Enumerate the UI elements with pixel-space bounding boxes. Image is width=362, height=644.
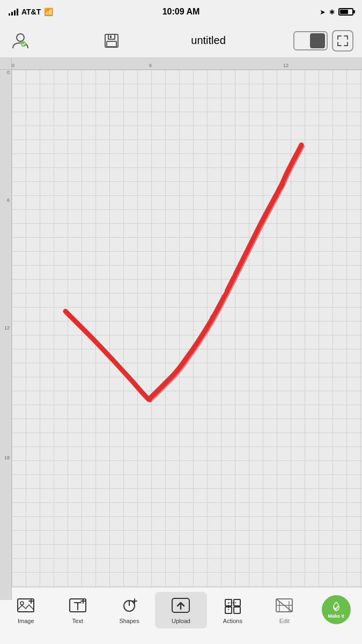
signal-bar-3 <box>14 10 16 16</box>
ruler-mark-0: 0 <box>12 63 14 68</box>
actions-icon <box>223 596 242 616</box>
design-grid[interactable] <box>12 70 362 600</box>
svg-point-0 <box>17 34 24 41</box>
make-it-button[interactable]: Make It <box>322 595 351 624</box>
toolbar-item-actions[interactable]: Actions <box>207 592 258 628</box>
ruler-left: 0 6 12 18 <box>0 58 12 600</box>
bluetooth-icon: ∗ <box>329 8 335 16</box>
toolbar-item-text[interactable]: Text <box>51 592 103 628</box>
upload-icon <box>171 596 190 616</box>
ruler-mark-12: 12 <box>283 63 289 68</box>
expand-icon <box>337 35 349 47</box>
bottom-toolbar: Image Text Shapes <box>0 587 362 644</box>
ruler-corner <box>0 58 12 70</box>
canvas-area[interactable]: 0 6 12 0 6 12 18 <box>0 58 362 600</box>
edit-label: Edit <box>279 618 290 624</box>
profile-icon <box>11 31 30 50</box>
battery-indicator <box>338 8 353 16</box>
expand-button[interactable] <box>332 30 353 52</box>
ruler-left-mark-6: 6 <box>7 197 10 203</box>
svg-rect-5 <box>110 35 112 38</box>
signal-bars <box>9 8 18 16</box>
make-it-icon <box>330 601 342 612</box>
wifi-icon: 📶 <box>44 8 53 16</box>
toolbar-item-upload[interactable]: Upload <box>155 592 206 628</box>
svg-point-7 <box>20 602 24 605</box>
upload-label: Upload <box>172 618 190 624</box>
text-label: Text <box>72 618 83 624</box>
status-bar: AT&T 📶 10:09 AM ➤ ∗ <box>0 0 362 24</box>
ruler-top: 0 6 12 <box>0 58 362 70</box>
status-left: AT&T 📶 <box>9 8 53 16</box>
toolbar-item-edit[interactable]: Edit <box>258 592 310 628</box>
actions-label: Actions <box>223 618 242 624</box>
status-right: ➤ ∗ <box>320 8 353 16</box>
view-toggle-button[interactable] <box>293 31 328 50</box>
battery-fill <box>340 10 348 14</box>
profile-button[interactable] <box>9 29 32 53</box>
save-button[interactable] <box>100 29 123 53</box>
location-icon: ➤ <box>320 8 326 16</box>
signal-bar-4 <box>17 9 18 16</box>
image-label: Image <box>18 618 34 624</box>
nav-bar: untitled <box>0 24 362 58</box>
save-icon <box>103 32 120 49</box>
nav-right-group <box>293 30 353 52</box>
ruler-left-mark-0: 0 <box>7 70 10 75</box>
image-icon <box>16 596 35 616</box>
ruler-left-mark-18: 18 <box>4 455 10 460</box>
signal-bar-1 <box>9 13 10 16</box>
make-it-label: Make It <box>328 613 344 619</box>
ruler-left-mark-12: 12 <box>4 325 10 331</box>
toggle-knob <box>310 33 325 48</box>
ruler-mark-6: 6 <box>149 63 152 68</box>
signal-bar-2 <box>11 12 13 16</box>
svg-rect-14 <box>234 607 240 613</box>
carrier-label: AT&T <box>21 8 41 16</box>
svg-rect-4 <box>107 41 116 47</box>
shapes-label: Shapes <box>119 618 139 624</box>
text-icon <box>68 596 87 616</box>
toolbar-item-makeit[interactable]: Make It <box>311 592 362 625</box>
edit-icon <box>275 596 294 616</box>
document-title[interactable]: untitled <box>191 34 226 47</box>
shapes-icon <box>120 596 139 616</box>
toolbar-item-shapes[interactable]: Shapes <box>104 592 155 628</box>
status-time: 10:09 AM <box>162 7 200 17</box>
